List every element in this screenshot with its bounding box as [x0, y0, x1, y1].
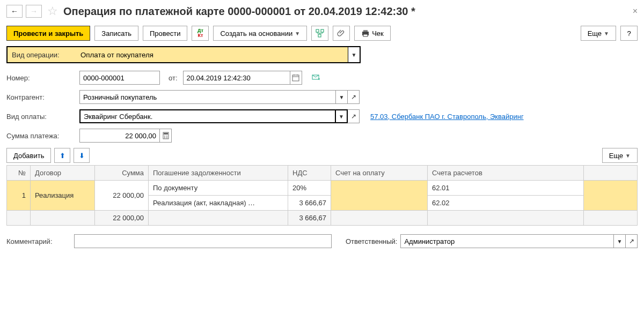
- check-label: Чек: [372, 29, 384, 38]
- payment-type-open-button[interactable]: ↗: [348, 109, 360, 123]
- post-and-close-button[interactable]: Провести и закрыть: [6, 26, 90, 41]
- cell-debt-2[interactable]: Реализация (акт, накладная) …: [149, 196, 288, 211]
- cell-vat-1[interactable]: 20%: [288, 181, 331, 196]
- col-vat: НДС: [288, 166, 331, 181]
- date-input[interactable]: [183, 71, 290, 85]
- operation-type-dropdown[interactable]: ▼: [348, 47, 360, 62]
- payment-type-dropdown[interactable]: ▼: [336, 109, 348, 123]
- responsible-input[interactable]: [400, 234, 614, 248]
- cell-acc-1[interactable]: 62.01: [428, 181, 584, 196]
- svg-point-16: [166, 137, 167, 138]
- counterparty-label: Контрагент:: [6, 93, 76, 101]
- table-header-row: № Договор Сумма Погашение задолженности …: [7, 166, 638, 181]
- col-accounts: Счета расчетов: [428, 166, 584, 181]
- dt-kt-button[interactable]: ДтКт: [192, 26, 209, 41]
- table-row[interactable]: 1 Реализация 22 000,00 По документу 20% …: [7, 181, 638, 196]
- svg-rect-6: [292, 75, 299, 81]
- payment-type-label: Вид оплаты:: [6, 113, 76, 121]
- printer-icon: [361, 29, 370, 38]
- svg-rect-5: [363, 34, 368, 36]
- col-contract: Договор: [31, 166, 95, 181]
- chevron-down-icon: ▼: [625, 153, 631, 159]
- operation-type-label: Вид операции:: [8, 51, 77, 59]
- nav-back-button[interactable]: ←: [6, 5, 23, 18]
- main-toolbar: Провести и закрыть Записать Провести ДтК…: [6, 26, 638, 41]
- cell-invoice[interactable]: [331, 181, 428, 211]
- cell-empty: [584, 181, 638, 211]
- add-row-button[interactable]: Добавить: [6, 148, 51, 163]
- from-label: от:: [169, 74, 178, 82]
- svg-point-15: [164, 137, 165, 138]
- counterparty-open-button[interactable]: ↗: [348, 90, 360, 104]
- comment-label: Комментарий:: [6, 237, 71, 245]
- more-label: Еще: [588, 29, 602, 38]
- responsible-dropdown[interactable]: ▼: [614, 234, 626, 248]
- comment-input[interactable]: [74, 234, 332, 248]
- post-button[interactable]: Провести: [143, 26, 188, 41]
- attach-button[interactable]: [333, 26, 350, 41]
- chevron-down-icon: ▼: [604, 31, 609, 36]
- operation-type-group: Вид операции: ▼: [6, 46, 361, 63]
- create-based-label: Создать на основании: [220, 29, 292, 38]
- counterparty-input[interactable]: [79, 90, 336, 104]
- operation-type-input[interactable]: [77, 47, 348, 62]
- cell-sum[interactable]: 22 000,00: [95, 181, 149, 211]
- footer-vat: 3 666,67: [288, 211, 331, 226]
- account-link[interactable]: 57.03, Сбербанк ПАО г. Ставрополь, Эквай…: [370, 113, 524, 121]
- cell-acc-2[interactable]: 62.02: [428, 196, 584, 211]
- responsible-label: Ответственный:: [346, 237, 397, 245]
- create-based-button[interactable]: Создать на основании ▼: [213, 26, 307, 41]
- payments-table: № Договор Сумма Погашение задолженности …: [6, 165, 638, 226]
- number-input[interactable]: [79, 71, 160, 85]
- close-icon[interactable]: ×: [633, 6, 638, 16]
- check-button[interactable]: Чек: [354, 26, 391, 41]
- payment-type-input[interactable]: [79, 109, 336, 123]
- cell-debt-1[interactable]: По документу: [149, 181, 288, 196]
- nav-forward-button[interactable]: →: [26, 5, 42, 18]
- responsible-open-button[interactable]: ↗: [626, 234, 638, 248]
- date-picker-button[interactable]: [290, 71, 302, 85]
- cell-vat-2[interactable]: 3 666,67: [288, 196, 331, 211]
- svg-rect-1: [321, 29, 324, 32]
- col-num: №: [7, 166, 31, 181]
- structure-icon: [316, 29, 324, 38]
- favorite-star-icon[interactable]: ☆: [47, 4, 58, 18]
- amount-label: Сумма платежа:: [6, 132, 76, 140]
- mail-icon[interactable]: [312, 73, 320, 83]
- amount-input[interactable]: [79, 129, 160, 143]
- dt-kt-icon: ДтКт: [197, 28, 203, 38]
- cell-num: 1: [7, 181, 31, 211]
- cell-contract[interactable]: Реализация: [31, 181, 95, 211]
- page-title: Операция по платежной карте 0000-000001 …: [63, 5, 415, 18]
- structure-button[interactable]: [311, 26, 328, 41]
- help-button[interactable]: ?: [620, 26, 638, 41]
- calendar-icon: [291, 73, 300, 82]
- calculator-icon: [162, 131, 170, 140]
- arrow-up-icon: ⬆: [60, 152, 65, 160]
- col-debt: Погашение задолженности: [149, 166, 288, 181]
- number-label: Номер:: [6, 74, 76, 82]
- move-up-button[interactable]: ⬆: [54, 148, 70, 163]
- paperclip-icon: [337, 29, 346, 38]
- col-empty: [584, 166, 638, 181]
- save-button[interactable]: Записать: [94, 26, 138, 41]
- table-more-button[interactable]: Еще ▼: [602, 148, 638, 163]
- svg-rect-4: [363, 30, 368, 32]
- calculator-button[interactable]: [160, 129, 172, 143]
- arrow-down-icon: ⬇: [79, 152, 85, 160]
- svg-point-13: [164, 136, 165, 137]
- svg-rect-0: [316, 29, 319, 32]
- svg-point-14: [166, 136, 167, 137]
- more-button[interactable]: Еще ▼: [581, 26, 616, 41]
- col-sum: Сумма: [95, 166, 149, 181]
- footer-sum: 22 000,00: [95, 211, 149, 226]
- move-down-button[interactable]: ⬇: [74, 148, 90, 163]
- table-footer-row: 22 000,00 3 666,67: [7, 211, 638, 226]
- table-more-label: Еще: [609, 152, 623, 160]
- col-invoice: Счет на оплату: [331, 166, 428, 181]
- chevron-down-icon: ▼: [295, 31, 300, 36]
- svg-rect-12: [164, 133, 168, 135]
- svg-rect-2: [318, 34, 321, 37]
- counterparty-dropdown[interactable]: ▼: [336, 90, 348, 104]
